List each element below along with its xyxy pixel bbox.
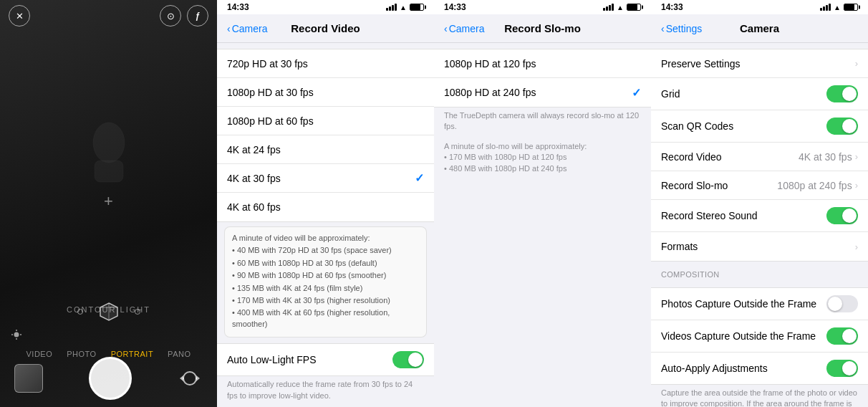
back-button-3[interactable]: ‹ Camera: [444, 23, 484, 34]
video-options-section: 720p HD at 30 fps 1080p HD at 30 fps 108…: [217, 49, 434, 337]
record-slomo-label: Record Slo-mo: [661, 180, 728, 191]
option-label-4k24: 4K at 24 fps: [227, 144, 281, 155]
preserve-settings-row[interactable]: Preserve Settings ›: [651, 49, 868, 78]
auto-lowlight-toggle[interactable]: [392, 351, 424, 368]
option-label-4k60: 4K at 60 fps: [227, 201, 281, 213]
info-text-line1: A minute of video will be approximately:: [232, 233, 419, 244]
live-photo-button[interactable]: ⊙: [160, 5, 181, 27]
shutter-button[interactable]: [89, 357, 132, 400]
status-bar-4: 14:33 ▲: [651, 0, 868, 14]
option-4k30[interactable]: 4K at 30 fps ✓: [217, 164, 434, 193]
chevron-left-icon-3: ‹: [444, 23, 448, 34]
svg-point-5: [14, 332, 19, 337]
camera-top-right: ⊙ ƒ: [160, 5, 208, 27]
option-1080p60[interactable]: 1080p HD at 60 fps: [217, 107, 434, 135]
video-options-list: 720p HD at 30 fps 1080p HD at 30 fps 108…: [217, 49, 434, 222]
auto-lowlight-section: Auto Low-Light FPS: [217, 343, 434, 376]
grid-toggle[interactable]: [826, 85, 858, 102]
scan-qr-row: Scan QR Codes: [651, 110, 868, 143]
preserve-settings-label: Preserve Settings: [661, 58, 741, 70]
status-icons-3: ▲: [603, 4, 641, 11]
status-bar-3: 14:33 ▲: [434, 0, 651, 14]
signal-icon-3: [603, 4, 614, 11]
flash-button[interactable]: ✕: [9, 5, 30, 27]
wifi-icon-2: ▲: [400, 4, 407, 11]
record-stereo-row: Record Stereo Sound: [651, 200, 868, 232]
grid-row: Grid: [651, 78, 868, 110]
camera-top-bar: ✕ ⊙ ƒ: [0, 0, 217, 32]
nav-bar-2: ‹ Camera Record Video: [217, 14, 434, 43]
camera-settings-list: Preserve Settings › Grid Scan QR Codes R…: [651, 49, 868, 262]
svg-point-0: [93, 123, 125, 163]
lens-dot-2[interactable]: [135, 309, 140, 315]
scan-qr-toggle[interactable]: [826, 118, 858, 135]
photos-capture-toggle[interactable]: [826, 295, 858, 312]
option-label-720p30: 720p HD at 30 fps: [227, 58, 308, 70]
back-label-4: Settings: [666, 23, 703, 34]
status-icons-4: ▲: [820, 4, 858, 11]
back-label-2: Camera: [232, 23, 268, 34]
thumbnail-preview[interactable]: [14, 364, 43, 393]
auto-lowlight-desc: Automatically reduce the frame rate from…: [217, 376, 434, 407]
camera-cube-icon: [96, 299, 122, 325]
camera-settings-panel: 14:33 ▲ ‹ Settings Camera Preserve Setti…: [651, 0, 868, 407]
nav-title-2: Record Video: [291, 22, 360, 34]
scan-qr-label: Scan QR Codes: [661, 120, 733, 132]
info-text-line2: • 40 MB with 720p HD at 30 fps (space sa…: [232, 245, 419, 256]
battery-icon-3: [627, 4, 641, 11]
info-text-line3: • 60 MB with 1080p HD at 30 fps (default…: [232, 258, 419, 269]
info-text-line4: • 90 MB with 1080p HD at 60 fps (smoothe…: [232, 270, 419, 281]
option-label-1080p60: 1080p HD at 60 fps: [227, 115, 314, 127]
option-4k60[interactable]: 4K at 60 fps: [217, 193, 434, 221]
camera-lens-row: [0, 299, 217, 325]
camera-bottom-bar: [0, 357, 217, 400]
record-video-chevron: ›: [855, 151, 858, 162]
info-button[interactable]: ƒ: [187, 5, 208, 27]
record-video-value: 4K at 30 fps ›: [799, 151, 858, 163]
option-1080p30[interactable]: 1080p HD at 30 fps: [217, 78, 434, 107]
option-1080p240[interactable]: 1080p HD at 240 fps ✓: [434, 78, 651, 107]
nav-bar-4: ‹ Settings Camera: [651, 14, 868, 43]
nav-title-3: Record Slo-mo: [504, 22, 581, 34]
face-silhouette: [80, 118, 138, 189]
record-stereo-label: Record Stereo Sound: [661, 210, 758, 221]
option-label-1080p240: 1080p HD at 240 fps: [444, 87, 536, 98]
brightness-control[interactable]: [11, 329, 22, 343]
record-slomo-panel: 14:33 ▲ ‹ Camera Record Slo-mo 1080p HD …: [434, 0, 651, 407]
record-stereo-toggle[interactable]: [826, 207, 858, 224]
record-video-row[interactable]: Record Video 4K at 30 fps ›: [651, 143, 868, 171]
composition-section: Photos Capture Outside the Frame Videos …: [651, 287, 868, 385]
wifi-icon-4: ▲: [834, 4, 841, 11]
formats-row[interactable]: Formats ›: [651, 232, 868, 261]
slomo-note2-line1: • 170 MB with 1080p HD at 120 fps: [444, 152, 641, 163]
flip-camera-button[interactable]: [177, 365, 203, 391]
auto-apply-toggle[interactable]: [826, 360, 858, 377]
slomo-options-list: 1080p HD at 120 fps 1080p HD at 240 fps …: [434, 49, 651, 107]
slomo-options-section: 1080p HD at 120 fps 1080p HD at 240 fps …: [434, 49, 651, 180]
camera-panel: ✕ ⊙ ƒ + CONTOUR LIGHT: [0, 0, 217, 407]
record-video-value-text: 4K at 30 fps: [799, 151, 852, 163]
grid-label: Grid: [661, 88, 680, 100]
option-720p30[interactable]: 720p HD at 30 fps: [217, 49, 434, 78]
slomo-note2: A minute of slo-mo will be approximately…: [434, 138, 651, 180]
chevron-left-icon-2: ‹: [227, 23, 231, 34]
back-button-2[interactable]: ‹ Camera: [227, 23, 267, 34]
videos-capture-toggle[interactable]: [826, 327, 858, 345]
formats-chevron: ›: [855, 241, 858, 252]
formats-label: Formats: [661, 241, 698, 252]
composition-desc: Capture the area outside the frame of th…: [651, 385, 868, 407]
option-1080p120[interactable]: 1080p HD at 120 fps: [434, 49, 651, 78]
crosshair-icon: +: [104, 192, 113, 211]
status-bar-2: 14:33 ▲: [217, 0, 434, 14]
slomo-note2-title: A minute of slo-mo will be approximately…: [444, 141, 641, 152]
record-slomo-row[interactable]: Record Slo-mo 1080p at 240 fps ›: [651, 171, 868, 200]
signal-icon-4: [820, 4, 831, 11]
back-button-4[interactable]: ‹ Settings: [661, 23, 702, 34]
nav-bar-3: ‹ Camera Record Slo-mo: [434, 14, 651, 43]
record-slomo-chevron: ›: [855, 180, 858, 191]
option-4k24[interactable]: 4K at 24 fps: [217, 135, 434, 164]
option-label-4k30: 4K at 30 fps: [227, 173, 281, 184]
lens-dot-1[interactable]: [77, 309, 83, 315]
back-label-3: Camera: [449, 23, 485, 34]
videos-capture-row: Videos Capture Outside the Frame: [651, 320, 868, 353]
